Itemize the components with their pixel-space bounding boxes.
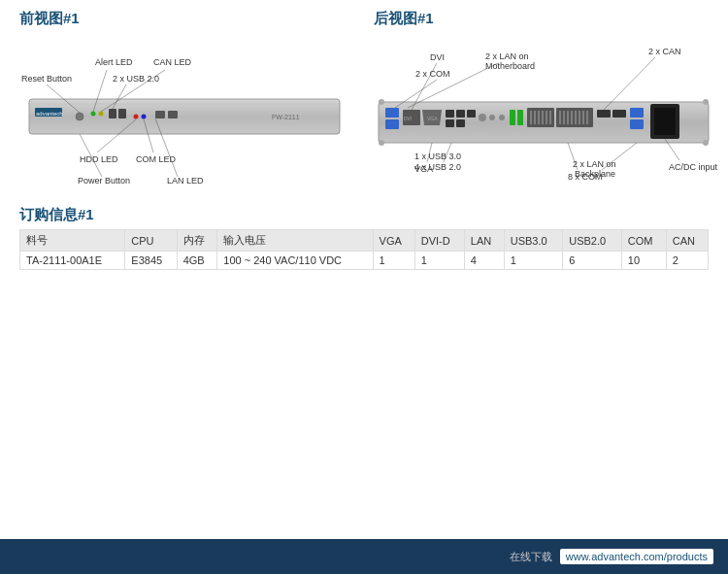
- col-cpu: CPU: [125, 230, 177, 252]
- svg-text:Reset Button: Reset Button: [21, 74, 72, 84]
- svg-line-89: [444, 143, 451, 162]
- cell-cpu: E3845: [125, 252, 177, 270]
- svg-point-69: [379, 99, 384, 105]
- svg-rect-63: [597, 110, 611, 118]
- cell-model: TA-2111-00A1E: [20, 252, 125, 270]
- ordering-title: 订购信息#1: [19, 206, 709, 224]
- table-row: TA-2111-00A1E E3845 4GB 100 ~ 240 VAC/11…: [20, 252, 709, 270]
- svg-text:CAN LED: CAN LED: [153, 57, 192, 67]
- footer-label: 在线下载: [510, 550, 552, 564]
- svg-rect-10: [155, 111, 165, 118]
- svg-text:Motherboard: Motherboard: [485, 61, 535, 71]
- svg-line-77: [395, 80, 437, 108]
- svg-rect-40: [456, 119, 465, 127]
- back-view-title: 后视图#1: [374, 10, 709, 28]
- svg-text:DVI: DVI: [430, 52, 445, 62]
- col-usb20: USB2.0: [563, 230, 622, 252]
- footer-url: www.advantech.com/products: [560, 549, 713, 564]
- col-can: CAN: [666, 230, 708, 252]
- svg-point-9: [142, 115, 147, 119]
- svg-text:1 x USB 3.0: 1 x USB 3.0: [414, 152, 461, 161]
- svg-text:2 x LAN on: 2 x LAN on: [485, 51, 529, 61]
- svg-rect-32: [385, 119, 399, 129]
- svg-rect-0: [29, 99, 340, 134]
- svg-rect-46: [517, 110, 523, 125]
- svg-line-26: [80, 134, 102, 177]
- footer: 在线下载 www.advantech.com/products: [0, 539, 728, 574]
- table-body: TA-2111-00A1E E3845 4GB 100 ~ 240 VAC/11…: [20, 252, 709, 270]
- svg-text:DVI: DVI: [404, 116, 412, 121]
- svg-marker-35: [422, 110, 442, 125]
- svg-rect-7: [118, 109, 126, 118]
- col-lan: LAN: [464, 230, 504, 252]
- svg-rect-31: [385, 108, 399, 118]
- svg-line-14: [93, 70, 107, 112]
- svg-rect-39: [456, 110, 465, 118]
- svg-text:VGA: VGA: [414, 164, 433, 174]
- col-com: COM: [621, 230, 666, 252]
- svg-rect-33: [403, 110, 420, 125]
- svg-rect-45: [510, 110, 515, 125]
- front-view-title: 前视图#1: [19, 10, 354, 28]
- svg-rect-1: [35, 108, 62, 117]
- svg-text:COM LED: COM LED: [136, 154, 177, 164]
- svg-text:4 x USB 2.0: 4 x USB 2.0: [414, 162, 461, 172]
- svg-text:2 x CAN: 2 x CAN: [648, 47, 681, 56]
- svg-text:2 x LAN on: 2 x LAN on: [573, 159, 616, 169]
- svg-text:advantech: advantech: [36, 111, 63, 117]
- col-voltage: 输入电压: [217, 230, 373, 252]
- svg-rect-67: [650, 104, 679, 139]
- svg-text:AC/DC input: AC/DC input: [669, 162, 718, 172]
- front-view-area: advantech FW-2: [19, 36, 354, 191]
- svg-point-70: [703, 99, 709, 105]
- svg-rect-41: [467, 110, 476, 118]
- svg-line-75: [604, 57, 655, 110]
- col-model: 料号: [20, 230, 125, 252]
- svg-line-73: [412, 63, 437, 110]
- svg-text:HDD LED: HDD LED: [80, 154, 118, 164]
- svg-text:Backplane: Backplane: [575, 169, 615, 179]
- svg-rect-11: [168, 111, 178, 118]
- svg-point-42: [479, 114, 486, 121]
- svg-text:FW-2111: FW-2111: [272, 114, 300, 120]
- svg-line-87: [665, 139, 679, 160]
- col-dvid: DVI-D: [414, 230, 464, 252]
- svg-line-22: [97, 119, 136, 152]
- col-ram: 内存: [177, 230, 217, 252]
- svg-line-82: [427, 143, 432, 162]
- cell-voltage: 100 ~ 240 VAC/110 VDC: [217, 252, 373, 270]
- table-header-row: 料号 CPU 内存 输入电压 VGA DVI-D LAN USB3.0 USB2…: [20, 230, 709, 252]
- svg-point-44: [499, 115, 505, 120]
- svg-rect-38: [446, 119, 454, 127]
- svg-rect-66: [630, 119, 644, 129]
- svg-rect-30: [379, 102, 709, 143]
- svg-point-8: [134, 115, 139, 119]
- ordering-section: 订购信息#1 料号 CPU 内存 输入电压 VGA DVI-D LAN USB3…: [19, 206, 709, 270]
- cell-lan: 4: [464, 252, 504, 270]
- ordering-table: 料号 CPU 内存 输入电压 VGA DVI-D LAN USB3.0 USB2…: [19, 229, 709, 270]
- svg-text:LAN LED: LAN LED: [167, 176, 204, 186]
- front-view-svg: advantech FW-2: [19, 36, 364, 186]
- cell-dvid: 1: [414, 252, 464, 270]
- back-view-area: DVI VGA: [374, 36, 709, 191]
- svg-point-5: [99, 112, 104, 117]
- svg-line-16: [101, 70, 165, 112]
- col-vga: VGA: [373, 230, 414, 252]
- svg-line-20: [113, 84, 126, 109]
- svg-rect-37: [446, 110, 454, 118]
- svg-text:VGA: VGA: [427, 116, 438, 121]
- svg-text:Power Button: Power Button: [78, 176, 130, 186]
- col-usb30: USB3.0: [504, 230, 563, 252]
- svg-line-84: [602, 143, 637, 170]
- svg-rect-47: [527, 108, 554, 127]
- cell-com: 10: [621, 252, 666, 270]
- cell-usb20: 6: [563, 252, 622, 270]
- svg-text:2 x COM: 2 x COM: [415, 69, 450, 79]
- back-view-svg: DVI VGA: [374, 36, 728, 186]
- svg-line-18: [47, 84, 80, 113]
- svg-line-79: [408, 63, 498, 108]
- svg-text:8 x COM: 8 x COM: [568, 172, 603, 182]
- cell-can: 2: [666, 252, 708, 270]
- svg-text:Alert LED: Alert LED: [95, 57, 133, 67]
- svg-line-24: [144, 119, 153, 152]
